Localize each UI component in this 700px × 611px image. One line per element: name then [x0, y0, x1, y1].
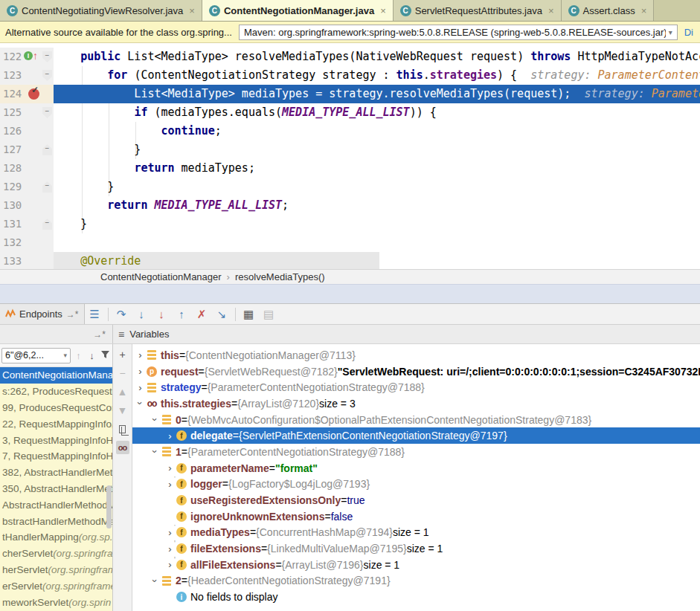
gutter[interactable]: 122I↑−	[0, 48, 54, 66]
fold-marker-icon[interactable]: −	[42, 144, 52, 155]
stack-frame[interactable]: ContentNegotiationMana	[0, 367, 112, 384]
fold-marker-icon[interactable]: −	[42, 219, 52, 230]
code-text[interactable]: continue;	[54, 122, 700, 140]
stack-frame[interactable]: 350, AbstractHandlerMetho	[0, 481, 112, 497]
stack-frame[interactable]: 382, AbstractHandlerMeth	[0, 465, 112, 481]
variable-row[interactable]: ›2 = {HeaderContentNegotiationStrategy@7…	[132, 573, 700, 589]
layout-settings-icon[interactable]: ▤	[259, 304, 279, 324]
pin-icon[interactable]: →*	[93, 329, 106, 340]
code-text[interactable]: public List<MediaType> resolveMediaTypes…	[54, 48, 700, 66]
variable-row[interactable]: ›'fallFileExtensions = {ArrayList@7196} …	[132, 557, 700, 573]
override-marker-icon[interactable]: I↑	[24, 51, 38, 60]
editor-tab-3[interactable]: CAssert.class×	[562, 0, 655, 21]
variable-row[interactable]: ›'ffileExtensions = {LinkedMultiValueMap…	[132, 540, 700, 557]
code-text[interactable]: List<MediaType> mediaTypes = strategy.re…	[54, 85, 700, 103]
tree-arrow-icon[interactable]: ›	[135, 382, 145, 393]
stack-frame[interactable]: 22, RequestMappingInfo (	[0, 416, 112, 432]
duplicate-watch-icon[interactable]	[116, 422, 129, 436]
menu-icon[interactable]: ☰	[85, 304, 105, 324]
editor-tab-1[interactable]: CContentNegotiationManager.java×	[202, 0, 394, 21]
gutter[interactable]: 124	[0, 85, 54, 103]
code-editor[interactable]: 122I↑− public List<MediaType> resolveMed…	[0, 43, 700, 269]
menu-icon[interactable]: ≡	[118, 329, 124, 340]
code-text[interactable]: }	[54, 215, 700, 233]
close-tab-icon[interactable]: ×	[548, 5, 554, 16]
fold-marker-icon[interactable]: −	[42, 70, 52, 81]
breakpoint-icon[interactable]	[28, 88, 39, 100]
tree-arrow-icon[interactable]: ›	[150, 447, 161, 456]
filter-frames-icon[interactable]	[100, 350, 111, 361]
tree-arrow-icon[interactable]: ›	[135, 366, 145, 377]
gutter[interactable]: 126	[0, 122, 54, 140]
gutter[interactable]: 129−	[0, 178, 54, 196]
gutter[interactable]: 128	[0, 159, 54, 178]
gutter[interactable]: 130	[0, 196, 54, 215]
code-text[interactable]: for (ContentNegotiationStrategy strategy…	[54, 66, 700, 85]
step-into-icon[interactable]: ↓	[132, 304, 152, 324]
step-over-icon[interactable]: ↷	[112, 304, 132, 324]
gutter[interactable]: 125−	[0, 103, 54, 122]
fold-marker-icon[interactable]: −	[42, 51, 52, 62]
stack-frame[interactable]: AbstractHandlerMethodM	[0, 497, 112, 513]
gutter[interactable]: 131−	[0, 215, 54, 233]
force-step-into-icon[interactable]: ↓	[152, 304, 172, 324]
source-jar-select[interactable]: Maven: org.springframework:spring-web:5.…	[239, 25, 678, 40]
close-tab-icon[interactable]: ×	[380, 5, 386, 16]
variable-row[interactable]: ›0 = {WebMvcAutoConfiguration$OptionalPa…	[132, 412, 700, 428]
tree-arrow-icon[interactable]: ›	[165, 430, 175, 442]
stack-frame[interactable]: meworkServlet (org.sprin	[0, 594, 112, 610]
variable-row[interactable]: ›fdelegate = {ServletPathExtensionConten…	[132, 427, 700, 444]
code-text[interactable]: @Override	[54, 252, 379, 269]
stack-frame[interactable]: tHandlerMapping (org.sp.	[0, 529, 112, 546]
code-text[interactable]: return mediaTypes;	[54, 159, 700, 178]
frames-scrollbar[interactable]	[106, 485, 112, 528]
thread-selector[interactable]: 6"@6,2... ▾	[1, 348, 71, 363]
variable-row[interactable]: ›'flogger = {LogFactory$Log4jLog@7193}	[132, 476, 700, 493]
code-text[interactable]	[54, 233, 700, 252]
code-text[interactable]: }	[54, 178, 700, 196]
gutter[interactable]: 133	[0, 252, 54, 269]
code-text[interactable]: }	[54, 140, 700, 159]
code-text[interactable]: return MEDIA_TYPE_ALL_LIST;	[54, 196, 700, 215]
tab-endpoints[interactable]: Endpoints →*	[0, 304, 85, 324]
evaluate-expression-icon[interactable]: ▦	[239, 304, 259, 324]
gutter[interactable]: 132	[0, 233, 54, 252]
variable-row[interactable]: ›1 = {ParameterContentNegotiationStrateg…	[132, 444, 700, 460]
gutter[interactable]: 127−	[0, 140, 54, 159]
tree-arrow-icon[interactable]: ›	[135, 349, 145, 361]
show-watches-icon[interactable]: oo	[116, 441, 129, 454]
fold-marker-icon[interactable]: −	[42, 181, 52, 193]
move-watch-down-icon[interactable]: ▼	[116, 404, 129, 417]
add-watch-icon[interactable]: +	[116, 348, 129, 361]
stack-frame[interactable]: bstractHandlerMethodMa	[0, 513, 112, 529]
variable-row[interactable]: iNo fields to display	[132, 589, 700, 605]
breadcrumb-item[interactable]: resolveMediaTypes()	[235, 271, 325, 282]
variable-row[interactable]: fignoreUnknownExtensions = false	[132, 508, 700, 525]
stack-frame[interactable]: 7, RequestMappingInfoHa	[0, 448, 112, 465]
remove-watch-icon[interactable]: −	[116, 366, 129, 380]
move-watch-up-icon[interactable]: ▲	[116, 385, 129, 398]
drop-frame-icon[interactable]: ✗	[192, 304, 212, 324]
next-frame-icon[interactable]: ↓	[86, 350, 97, 361]
breadcrumb-item[interactable]: ContentNegotiationManager	[100, 271, 222, 282]
stack-frame[interactable]: 99, ProducesRequestCond	[0, 400, 112, 416]
tree-arrow-icon[interactable]: ›	[135, 398, 146, 408]
variable-row[interactable]: ›prequest = {ServletWebRequest@7182} "Se…	[132, 363, 700, 380]
close-tab-icon[interactable]: ×	[189, 5, 195, 16]
tree-arrow-icon[interactable]: ›	[150, 415, 161, 424]
stack-frame[interactable]: herServlet (org.springfram	[0, 562, 112, 578]
gutter[interactable]: 123−	[0, 66, 54, 85]
variable-row[interactable]: ›this = {ContentNegotiationManager@7113}	[132, 347, 700, 363]
close-tab-icon[interactable]: ×	[641, 5, 647, 16]
variable-row[interactable]: fuseRegisteredExtensionsOnly = true	[132, 492, 700, 508]
stack-frame[interactable]: erServlet (org.springframe	[0, 578, 112, 594]
step-out-icon[interactable]: ↑	[172, 304, 192, 324]
editor-tab-0[interactable]: CContentNegotiatingViewResolver.java×	[0, 0, 202, 21]
stack-frame[interactable]: cherServlet (org.springfra	[0, 546, 112, 562]
editor-tab-2[interactable]: CServletRequestAttributes.java×	[394, 0, 562, 21]
variable-row[interactable]: ›strategy = {ParameterContentNegotiation…	[132, 379, 700, 395]
previous-frame-icon[interactable]: ↑	[73, 350, 84, 361]
fold-marker-icon[interactable]: −	[42, 107, 52, 118]
stack-frame[interactable]: 3, RequestMappingInfoHa	[0, 432, 112, 448]
stack-frame[interactable]: s:262, ProducesRequestCo	[0, 384, 112, 400]
